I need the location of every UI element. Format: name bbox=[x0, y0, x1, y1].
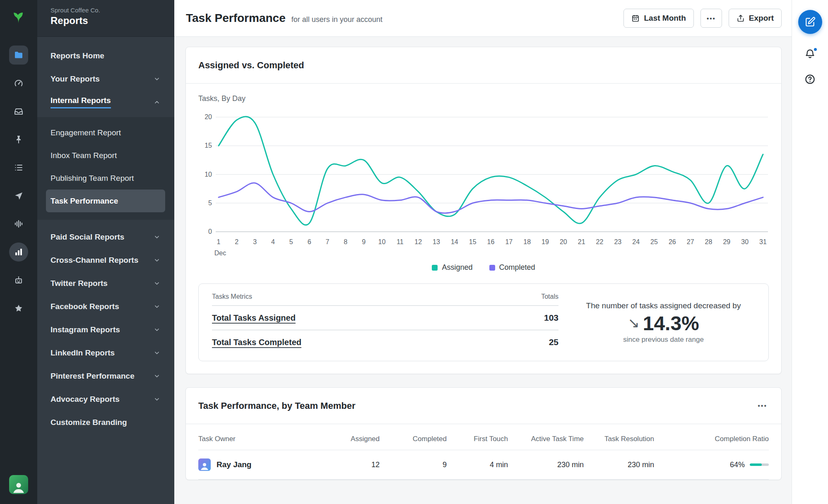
svg-text:20: 20 bbox=[560, 238, 567, 245]
sidebar-item-cross-channel-reports[interactable]: Cross-Channel Reports bbox=[37, 249, 174, 272]
sidebar-item-inbox-team-report[interactable]: Inbox Team Report bbox=[37, 144, 174, 167]
bot-icon[interactable] bbox=[9, 271, 28, 290]
completion-ratio-bar bbox=[750, 463, 769, 466]
assigned-vs-completed-card: Assigned vs. Completed Tasks, By Day 051… bbox=[185, 47, 782, 374]
metric-value-assigned: 103 bbox=[544, 313, 558, 323]
svg-text:4: 4 bbox=[271, 238, 275, 245]
sidebar-item-pinterest-performance[interactable]: Pinterest Performance bbox=[37, 365, 174, 388]
column-header-completed[interactable]: Completed bbox=[380, 424, 447, 450]
gauge-icon[interactable] bbox=[9, 74, 28, 93]
sidebar-item-task-performance[interactable]: Task Performance bbox=[46, 190, 165, 212]
chevron-down-icon bbox=[154, 257, 160, 264]
column-header-task-resolution[interactable]: Task Resolution bbox=[584, 424, 654, 450]
svg-text:5: 5 bbox=[289, 238, 293, 245]
user-avatar[interactable] bbox=[9, 475, 28, 494]
sidebar-item-label: Cross-Channel Reports bbox=[51, 256, 138, 265]
svg-text:15: 15 bbox=[469, 238, 477, 245]
table-header-row: Task OwnerAssignedCompletedFirst TouchAc… bbox=[198, 424, 769, 450]
sidebar-item-twitter-reports[interactable]: Twitter Reports bbox=[37, 272, 174, 295]
tasks-by-day-chart: 0510152012345678910111213141516171819202… bbox=[198, 108, 769, 259]
notification-dot bbox=[813, 47, 818, 52]
svg-text:30: 30 bbox=[741, 238, 749, 245]
sprout-logo[interactable] bbox=[10, 8, 28, 26]
pin-icon[interactable] bbox=[9, 130, 28, 149]
list-icon[interactable] bbox=[9, 158, 28, 177]
listening-icon[interactable] bbox=[9, 214, 28, 233]
sidebar-item-publishing-team-report[interactable]: Publishing Team Report bbox=[37, 167, 174, 190]
bell-icon[interactable] bbox=[804, 48, 816, 60]
svg-text:0: 0 bbox=[208, 228, 212, 235]
star-icon[interactable] bbox=[9, 299, 28, 318]
column-header-first-touch[interactable]: First Touch bbox=[447, 424, 508, 450]
product-rail bbox=[0, 0, 37, 504]
team-card-more-button[interactable]: ••• bbox=[756, 400, 769, 412]
folder-icon[interactable] bbox=[9, 46, 28, 65]
metric-label-completed[interactable]: Total Tasks Completed bbox=[212, 338, 301, 347]
sidebar-item-linkedin-reports[interactable]: LinkedIn Reports bbox=[37, 341, 174, 365]
legend-label: Assigned bbox=[442, 263, 472, 272]
svg-text:10: 10 bbox=[205, 171, 212, 178]
bar-chart-icon[interactable] bbox=[9, 242, 28, 262]
main-area: Task Performance for all users in your a… bbox=[174, 0, 792, 504]
sidebar-internal-submenu: Engagement ReportInbox Team ReportPublis… bbox=[37, 117, 174, 220]
legend-item-completed[interactable]: Completed bbox=[489, 263, 535, 272]
svg-text:7: 7 bbox=[326, 238, 330, 245]
inbox-icon[interactable] bbox=[9, 102, 28, 121]
calendar-icon bbox=[631, 14, 640, 22]
reports-sidebar: Sprout Coffee Co. Reports Reports HomeYo… bbox=[37, 0, 174, 504]
sidebar-secondary-menu: Paid Social ReportsCross-Channel Reports… bbox=[37, 220, 174, 434]
column-header-active-task-time[interactable]: Active Task Time bbox=[508, 424, 584, 450]
svg-text:16: 16 bbox=[487, 238, 495, 245]
sidebar-item-engagement-report[interactable]: Engagement Report bbox=[37, 121, 174, 144]
sidebar-item-label: Facebook Reports bbox=[51, 302, 119, 311]
tasks-metrics-panel: Tasks Metrics Totals Total Tasks Assigne… bbox=[198, 283, 769, 361]
sidebar-item-instagram-reports[interactable]: Instagram Reports bbox=[37, 318, 174, 341]
svg-text:24: 24 bbox=[632, 238, 640, 245]
export-button[interactable]: Export bbox=[729, 9, 782, 28]
column-header-assigned[interactable]: Assigned bbox=[310, 424, 380, 450]
sidebar-item-advocacy-reports[interactable]: Advocacy Reports bbox=[37, 388, 174, 411]
sidebar-item-internal-reports[interactable]: Internal Reports bbox=[37, 91, 174, 114]
sidebar-item-your-reports[interactable]: Your Reports bbox=[37, 67, 174, 91]
compose-button[interactable] bbox=[798, 10, 822, 34]
metric-row: Total Tasks Completed 25 bbox=[212, 330, 558, 354]
trend-insight: The number of tasks assigned decreased b… bbox=[558, 301, 768, 344]
column-header-task-owner[interactable]: Task Owner bbox=[198, 424, 310, 450]
sidebar-item-reports-home[interactable]: Reports Home bbox=[37, 44, 174, 67]
more-options-button[interactable]: ••• bbox=[700, 9, 722, 28]
svg-text:6: 6 bbox=[308, 238, 311, 245]
task-resolution-cell: 230 min bbox=[584, 452, 654, 478]
chevron-down-icon bbox=[154, 76, 160, 82]
sidebar-item-label: Paid Social Reports bbox=[51, 233, 124, 242]
column-header-completion-ratio[interactable]: Completion Ratio bbox=[654, 424, 769, 450]
svg-text:19: 19 bbox=[542, 238, 549, 245]
chevron-down-icon bbox=[154, 234, 160, 240]
trend-insight-trail: since previous date range bbox=[573, 336, 753, 344]
svg-text:5: 5 bbox=[208, 199, 212, 206]
svg-text:3: 3 bbox=[253, 238, 257, 245]
sidebar-item-paid-social-reports[interactable]: Paid Social Reports bbox=[37, 226, 174, 249]
sidebar-item-customize-branding[interactable]: Customize Branding bbox=[37, 411, 174, 434]
page-header-left: Task Performance for all users in your a… bbox=[186, 12, 383, 25]
help-icon[interactable] bbox=[804, 74, 816, 86]
sidebar-item-label: Your Reports bbox=[51, 74, 100, 84]
export-label: Export bbox=[749, 14, 774, 23]
table-row[interactable]: Ray Jang 12 9 4 min 230 min 230 min 64% bbox=[198, 450, 769, 480]
assigned-cell: 12 bbox=[310, 452, 380, 478]
report-content: Assigned vs. Completed Tasks, By Day 051… bbox=[174, 37, 792, 504]
send-icon[interactable] bbox=[9, 186, 28, 205]
sidebar-item-facebook-reports[interactable]: Facebook Reports bbox=[37, 295, 174, 318]
sidebar-item-label: Instagram Reports bbox=[51, 325, 120, 334]
svg-text:20: 20 bbox=[205, 113, 212, 120]
svg-text:12: 12 bbox=[414, 238, 422, 245]
sidebar-header: Sprout Coffee Co. Reports bbox=[37, 0, 174, 37]
date-range-button[interactable]: Last Month bbox=[623, 9, 693, 28]
team-member-card: Task Performance, by Team Member ••• Tas… bbox=[185, 387, 782, 480]
metric-label-assigned[interactable]: Total Tasks Assigned bbox=[212, 313, 296, 323]
svg-text:21: 21 bbox=[578, 238, 585, 245]
chevron-down-icon bbox=[154, 280, 160, 287]
chart-card-header: Assigned vs. Completed bbox=[186, 47, 781, 84]
chevron-down-icon bbox=[154, 396, 160, 403]
legend-item-assigned[interactable]: Assigned bbox=[432, 263, 472, 272]
metrics-table-header: Tasks Metrics Totals bbox=[212, 290, 558, 306]
